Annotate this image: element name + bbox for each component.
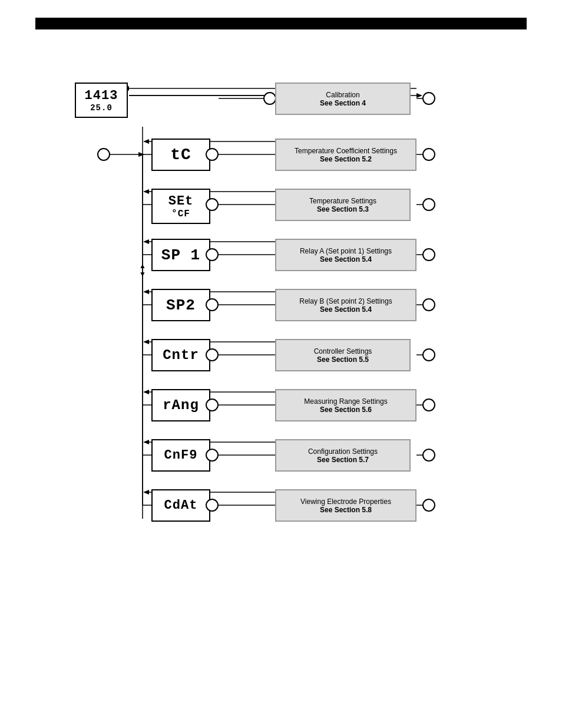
cdat-title: Viewing Electrode Properties [300, 498, 391, 506]
svg-marker-25 [143, 289, 149, 294]
menu-box-sp1: SP 1 [151, 239, 210, 271]
sp1-right-circle [422, 248, 435, 261]
calibration-left-circle [263, 92, 276, 105]
rang-left-circle [206, 398, 219, 411]
menu-box-tc: tC [151, 139, 210, 171]
cdat-right-circle [422, 499, 435, 512]
svg-marker-6 [138, 152, 144, 157]
info-box-tc: Temperature Coefficient Settings See Sec… [275, 139, 416, 171]
down-arrow: ▼ [139, 271, 146, 278]
svg-marker-23 [143, 239, 149, 244]
tc-left-circle [206, 148, 219, 161]
svg-marker-29 [143, 390, 149, 394]
page: 1413 25.0 ▲ ▼ Calibration See Section 4 … [0, 0, 562, 728]
cntr-title: Controller Settings [314, 347, 372, 355]
display-sub-value: 25.0 [90, 103, 113, 113]
info-box-cnfg: Configuration Settings See Section 5.7 [275, 439, 411, 472]
nav-arrows: ▲ ▼ [135, 262, 150, 278]
menu-box-cnfg: CnF9 [151, 439, 210, 472]
info-box-set: Temperature Settings See Section 5.3 [275, 189, 411, 221]
rang-section: See Section 5.6 [320, 406, 372, 414]
set-label-line1: SEt [168, 194, 194, 209]
display-left-circle [97, 148, 110, 161]
info-box-sp1: Relay A (Set point 1) Settings See Secti… [275, 239, 416, 271]
cnfg-right-circle [422, 449, 435, 462]
svg-marker-1 [416, 93, 422, 98]
set-label-line2: °CF [171, 209, 190, 219]
menu-box-rang: rAng [151, 389, 210, 421]
info-box-sp2: Relay B (Set point 2) Settings See Secti… [275, 289, 416, 321]
menu-box-cntr: Cntr [151, 339, 210, 371]
sp2-title: Relay B (Set point 2) Settings [299, 297, 392, 305]
set-right-circle [422, 198, 435, 211]
rang-right-circle [422, 398, 435, 411]
rang-title: Measuring Range Settings [304, 397, 387, 406]
svg-marker-21 [143, 189, 149, 194]
cntr-section: See Section 5.5 [317, 355, 369, 364]
set-left-circle [206, 198, 219, 211]
display-main-value: 1413 [85, 88, 118, 103]
svg-marker-33 [143, 490, 149, 495]
sp1-section: See Section 5.4 [320, 255, 372, 263]
sp2-right-circle [422, 298, 435, 311]
set-title: Temperature Settings [309, 197, 376, 205]
info-box-rang: Measuring Range Settings See Section 5.6 [275, 389, 416, 421]
cdat-left-circle [206, 499, 219, 512]
set-section: See Section 5.3 [317, 205, 369, 213]
svg-marker-31 [143, 440, 149, 444]
tc-section: See Section 5.2 [320, 155, 372, 163]
info-box-calibration: Calibration See Section 4 [275, 83, 411, 115]
cnfg-title: Configuration Settings [308, 447, 378, 456]
sp2-left-circle [206, 298, 219, 311]
sp1-title: Relay A (Set point 1) Settings [300, 247, 392, 255]
diagram: 1413 25.0 ▲ ▼ Calibration See Section 4 … [75, 47, 487, 578]
cntr-right-circle [422, 348, 435, 361]
menu-box-sp2: SP2 [151, 289, 210, 321]
cntr-left-circle [206, 348, 219, 361]
sp1-left-circle [206, 248, 219, 261]
svg-marker-19 [143, 139, 149, 144]
calibration-section: See Section 4 [320, 99, 366, 107]
info-box-cdat: Viewing Electrode Properties See Section… [275, 489, 416, 522]
menu-box-set: SEt °CF [151, 189, 210, 224]
up-arrow: ▲ [139, 262, 146, 269]
svg-marker-27 [143, 340, 149, 344]
tc-right-circle [422, 148, 435, 161]
tc-title: Temperature Coefficient Settings [295, 147, 397, 155]
cdat-section: See Section 5.8 [320, 506, 372, 514]
header-bar [35, 18, 527, 29]
calibration-right-circle [422, 92, 435, 105]
cnfg-left-circle [206, 449, 219, 462]
info-box-cntr: Controller Settings See Section 5.5 [275, 339, 411, 371]
cnfg-section: See Section 5.7 [317, 456, 369, 464]
display-box: 1413 25.0 [75, 83, 128, 118]
sp2-section: See Section 5.4 [320, 305, 372, 314]
menu-box-cdat: CdAt [151, 489, 210, 522]
calibration-title: Calibration [326, 91, 359, 99]
